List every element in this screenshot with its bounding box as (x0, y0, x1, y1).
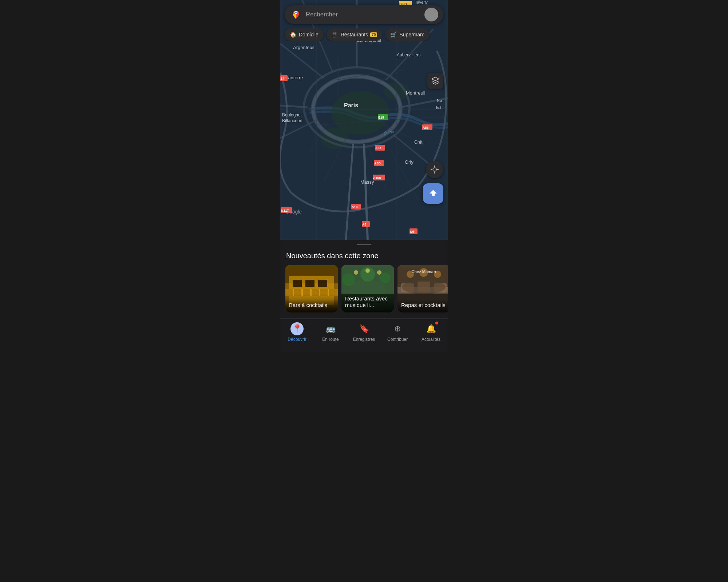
svg-text:Crét: Crét (414, 140, 423, 145)
nav-label-enroute: En route (322, 337, 339, 342)
filter-restaurants-label: Restaurants (341, 32, 368, 37)
avatar[interactable] (424, 8, 438, 21)
restaurant-badge: 70 (370, 32, 377, 37)
filter-supermarche-label: Supermarc (399, 32, 424, 37)
contribuer-icon-wrap: ⊕ (391, 322, 404, 335)
search-bar[interactable]: Rechercher (285, 5, 443, 24)
location-icon (430, 165, 439, 174)
filter-restaurants[interactable]: 🍴 Restaurants 70 (327, 28, 383, 41)
card-repas-label: Repas et cocktails (397, 299, 448, 312)
svg-text:Massy: Massy (360, 179, 374, 185)
home-icon: 🏠 (290, 31, 297, 38)
svg-text:Chez Maman: Chez Maman (411, 270, 436, 274)
bottom-navigation: 📍 Découvrir 🚌 En route 🔖 Enregistrés ⊕ C… (280, 318, 448, 352)
plus-circle-icon: ⊕ (394, 324, 401, 334)
svg-text:A6a: A6a (375, 146, 382, 150)
filter-supermarche[interactable]: 🛒 Supermarc (385, 28, 429, 41)
filter-domicile[interactable]: 🏠 Domicile (285, 28, 324, 41)
navigation-button[interactable] (423, 183, 443, 204)
enregistres-icon-wrap: 🔖 (357, 322, 371, 335)
nav-item-decouvrir[interactable]: 📍 Découvrir (285, 322, 309, 342)
svg-rect-77 (293, 280, 302, 287)
svg-text:A6: A6 (362, 223, 367, 226)
decouvrir-icon: 📍 (292, 324, 302, 334)
enroute-icon: 🚌 (326, 324, 336, 334)
card-restaurants-label: Restaurants avec musique li... (341, 292, 394, 313)
actualites-icon-wrap: 🔔 (424, 322, 438, 335)
svg-text:Is-l...: Is-l... (436, 106, 444, 110)
nav-label-decouvrir: Découvrir (288, 337, 306, 342)
svg-point-92 (380, 272, 391, 283)
svg-point-68 (295, 12, 297, 13)
svg-text:Argenteuil: Argenteuil (293, 45, 314, 50)
map-layers-button[interactable] (427, 73, 443, 89)
place-cards-row: Bars à cocktails (280, 265, 448, 318)
svg-text:A106: A106 (373, 176, 381, 180)
nav-label-actualites: Actualités (422, 337, 440, 342)
svg-point-94 (354, 270, 358, 275)
nav-label-enregistres: Enregistrés (353, 337, 375, 342)
cart-icon: 🛒 (390, 31, 397, 38)
svg-text:Boulogne-: Boulogne- (282, 112, 302, 117)
svg-rect-79 (318, 280, 327, 287)
filter-domicile-label: Domicile (299, 32, 318, 37)
nav-label-contribuer: Contribuer (387, 337, 408, 342)
svg-text:A10: A10 (352, 205, 358, 209)
location-button[interactable] (426, 161, 443, 178)
svg-text:Billancourt: Billancourt (282, 118, 303, 123)
svg-rect-78 (305, 280, 314, 287)
nav-item-enroute[interactable]: 🚌 En route (319, 322, 342, 342)
svg-point-106 (402, 280, 446, 294)
card-restaurants-musique[interactable]: Restaurants avec musique li... (341, 265, 394, 312)
phone-container: Seine Argenteuil Saint-Denis Aubervillie… (280, 0, 448, 352)
map-area[interactable]: Seine Argenteuil Saint-Denis Aubervillie… (280, 0, 448, 240)
search-input[interactable]: Rechercher (306, 11, 424, 18)
google-watermark: Google (285, 209, 302, 215)
bookmark-icon: 🔖 (359, 324, 369, 334)
svg-text:Paris: Paris (344, 102, 358, 108)
nav-item-actualites[interactable]: 🔔 Actualités (419, 322, 443, 342)
svg-text:Aubervilliers: Aubervilliers (397, 52, 420, 57)
layers-icon (431, 76, 440, 85)
decouvrir-icon-wrap: 📍 (290, 322, 304, 335)
svg-text:N6: N6 (410, 230, 414, 234)
svg-text:A86: A86 (423, 126, 429, 129)
svg-point-69 (433, 168, 436, 171)
svg-text:No: No (437, 98, 442, 103)
card-repas-cocktails[interactable]: Chez Maman Repas et cocktails (397, 265, 448, 312)
svg-point-91 (342, 273, 355, 286)
card-bars-label: Bars à cocktails (285, 299, 338, 312)
svg-point-96 (377, 270, 381, 275)
svg-text:Taverly: Taverly (415, 0, 428, 4)
quick-filters: 🏠 Domicile 🍴 Restaurants 70 🛒 Supermarc (280, 28, 448, 41)
google-maps-logo (290, 8, 302, 21)
svg-text:E15: E15 (378, 116, 384, 119)
section-title: Nouveautés dans cette zone (280, 245, 448, 265)
enroute-icon-wrap: 🚌 (324, 322, 337, 335)
directions-icon (428, 188, 439, 199)
svg-text:Montreuil: Montreuil (406, 90, 426, 96)
notification-badge (435, 322, 438, 324)
svg-point-95 (365, 268, 370, 273)
nav-item-enregistres[interactable]: 🔖 Enregistrés (352, 322, 376, 342)
bottom-panel: Nouveautés dans cette zone (280, 244, 448, 318)
nav-item-contribuer[interactable]: ⊕ Contribuer (386, 322, 409, 342)
card-bars-cocktails[interactable]: Bars à cocktails (285, 265, 338, 312)
svg-text:Orly: Orly (405, 159, 414, 165)
svg-text:A6B: A6B (374, 162, 381, 165)
bell-icon: 🔔 (426, 324, 436, 334)
svg-text:14: 14 (281, 77, 284, 80)
fork-icon: 🍴 (332, 31, 339, 38)
